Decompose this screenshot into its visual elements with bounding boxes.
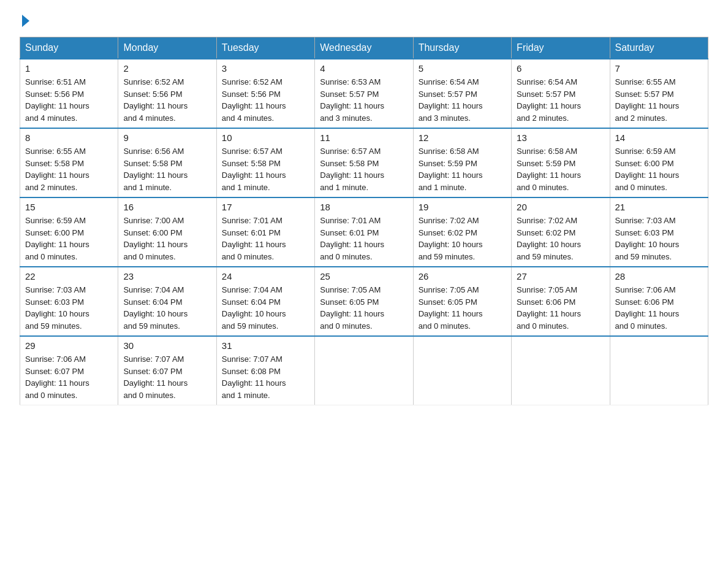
calendar-cell [413, 336, 511, 405]
logo [20, 15, 32, 27]
calendar-cell: 6Sunrise: 6:54 AMSunset: 5:57 PMDaylight… [512, 59, 610, 128]
day-info: Sunrise: 7:03 AMSunset: 6:03 PMDaylight:… [25, 284, 113, 332]
calendar-cell: 8Sunrise: 6:55 AMSunset: 5:58 PMDaylight… [20, 128, 118, 197]
day-number: 23 [123, 271, 211, 282]
column-header-sunday: Sunday [20, 37, 118, 59]
column-header-thursday: Thursday [413, 37, 511, 59]
day-number: 15 [25, 202, 113, 212]
calendar-cell: 31Sunrise: 7:07 AMSunset: 6:08 PMDayligh… [216, 336, 314, 405]
day-info: Sunrise: 7:07 AMSunset: 6:07 PMDaylight:… [123, 353, 211, 401]
day-info: Sunrise: 6:59 AMSunset: 6:00 PMDaylight:… [25, 215, 113, 262]
calendar-cell: 26Sunrise: 7:05 AMSunset: 6:05 PMDayligh… [413, 267, 511, 336]
calendar-cell: 12Sunrise: 6:58 AMSunset: 5:59 PMDayligh… [413, 128, 511, 197]
calendar-week-row: 1Sunrise: 6:51 AMSunset: 5:56 PMDaylight… [20, 59, 708, 128]
day-number: 3 [222, 63, 309, 74]
column-header-wednesday: Wednesday [315, 37, 413, 59]
calendar-week-row: 15Sunrise: 6:59 AMSunset: 6:00 PMDayligh… [20, 197, 708, 267]
calendar-cell: 3Sunrise: 6:52 AMSunset: 5:56 PMDaylight… [216, 59, 314, 128]
day-info: Sunrise: 6:59 AMSunset: 6:00 PMDaylight:… [615, 145, 703, 193]
calendar-cell: 2Sunrise: 6:52 AMSunset: 5:56 PMDaylight… [118, 59, 216, 128]
day-number: 27 [517, 271, 604, 282]
day-number: 21 [615, 202, 703, 212]
day-info: Sunrise: 6:56 AMSunset: 5:58 PMDaylight:… [123, 145, 211, 193]
day-number: 5 [419, 63, 506, 74]
day-number: 11 [320, 132, 408, 143]
day-info: Sunrise: 7:07 AMSunset: 6:08 PMDaylight:… [222, 353, 309, 401]
calendar-cell: 30Sunrise: 7:07 AMSunset: 6:07 PMDayligh… [118, 336, 216, 405]
calendar-cell: 23Sunrise: 7:04 AMSunset: 6:04 PMDayligh… [118, 267, 216, 336]
calendar-cell: 1Sunrise: 6:51 AMSunset: 5:56 PMDaylight… [20, 59, 118, 128]
day-number: 8 [25, 132, 113, 143]
day-number: 24 [222, 271, 309, 282]
calendar-week-row: 22Sunrise: 7:03 AMSunset: 6:03 PMDayligh… [20, 267, 708, 336]
day-info: Sunrise: 6:53 AMSunset: 5:57 PMDaylight:… [320, 76, 408, 124]
day-info: Sunrise: 6:57 AMSunset: 5:58 PMDaylight:… [222, 145, 309, 193]
calendar-cell [512, 336, 610, 405]
day-info: Sunrise: 6:55 AMSunset: 5:57 PMDaylight:… [615, 76, 703, 124]
day-number: 22 [25, 271, 113, 282]
calendar-header-row: SundayMondayTuesdayWednesdayThursdayFrid… [20, 37, 708, 59]
day-number: 31 [222, 340, 309, 351]
calendar-cell: 15Sunrise: 6:59 AMSunset: 6:00 PMDayligh… [20, 197, 118, 267]
column-header-monday: Monday [118, 37, 216, 59]
logo-arrow-icon [22, 15, 29, 27]
day-info: Sunrise: 7:02 AMSunset: 6:02 PMDaylight:… [517, 215, 604, 262]
day-number: 13 [517, 132, 604, 143]
day-number: 7 [615, 63, 703, 74]
day-number: 17 [222, 202, 309, 212]
day-info: Sunrise: 7:06 AMSunset: 6:07 PMDaylight:… [25, 353, 113, 401]
day-info: Sunrise: 6:52 AMSunset: 5:56 PMDaylight:… [222, 76, 309, 124]
day-info: Sunrise: 6:54 AMSunset: 5:57 PMDaylight:… [419, 76, 506, 124]
day-number: 25 [320, 271, 408, 282]
day-info: Sunrise: 6:58 AMSunset: 5:59 PMDaylight:… [517, 145, 604, 193]
day-info: Sunrise: 7:01 AMSunset: 6:01 PMDaylight:… [320, 215, 408, 262]
day-info: Sunrise: 7:06 AMSunset: 6:06 PMDaylight:… [615, 284, 703, 332]
calendar-cell: 25Sunrise: 7:05 AMSunset: 6:05 PMDayligh… [315, 267, 413, 336]
day-info: Sunrise: 7:02 AMSunset: 6:02 PMDaylight:… [419, 215, 506, 262]
day-info: Sunrise: 7:05 AMSunset: 6:05 PMDaylight:… [320, 284, 408, 332]
column-header-saturday: Saturday [610, 37, 708, 59]
calendar-cell: 10Sunrise: 6:57 AMSunset: 5:58 PMDayligh… [216, 128, 314, 197]
day-number: 20 [517, 202, 604, 212]
column-header-tuesday: Tuesday [216, 37, 314, 59]
day-info: Sunrise: 7:05 AMSunset: 6:06 PMDaylight:… [517, 284, 604, 332]
calendar-cell: 4Sunrise: 6:53 AMSunset: 5:57 PMDaylight… [315, 59, 413, 128]
calendar-cell: 21Sunrise: 7:03 AMSunset: 6:03 PMDayligh… [610, 197, 708, 267]
calendar-cell [315, 336, 413, 405]
column-header-friday: Friday [512, 37, 610, 59]
day-number: 18 [320, 202, 408, 212]
day-info: Sunrise: 6:57 AMSunset: 5:58 PMDaylight:… [320, 145, 408, 193]
calendar-table: SundayMondayTuesdayWednesdayThursdayFrid… [20, 37, 708, 405]
day-info: Sunrise: 7:00 AMSunset: 6:00 PMDaylight:… [123, 215, 211, 262]
calendar-cell: 24Sunrise: 7:04 AMSunset: 6:04 PMDayligh… [216, 267, 314, 336]
calendar-cell: 7Sunrise: 6:55 AMSunset: 5:57 PMDaylight… [610, 59, 708, 128]
calendar-cell: 9Sunrise: 6:56 AMSunset: 5:58 PMDaylight… [118, 128, 216, 197]
calendar-cell [610, 336, 708, 405]
calendar-cell: 5Sunrise: 6:54 AMSunset: 5:57 PMDaylight… [413, 59, 511, 128]
calendar-cell: 29Sunrise: 7:06 AMSunset: 6:07 PMDayligh… [20, 336, 118, 405]
page-header [20, 15, 708, 27]
calendar-cell: 14Sunrise: 6:59 AMSunset: 6:00 PMDayligh… [610, 128, 708, 197]
day-info: Sunrise: 7:04 AMSunset: 6:04 PMDaylight:… [123, 284, 211, 332]
day-number: 26 [419, 271, 506, 282]
day-number: 30 [123, 340, 211, 351]
calendar-cell: 13Sunrise: 6:58 AMSunset: 5:59 PMDayligh… [512, 128, 610, 197]
day-info: Sunrise: 7:04 AMSunset: 6:04 PMDaylight:… [222, 284, 309, 332]
day-number: 29 [25, 340, 113, 351]
day-info: Sunrise: 7:01 AMSunset: 6:01 PMDaylight:… [222, 215, 309, 262]
calendar-cell: 27Sunrise: 7:05 AMSunset: 6:06 PMDayligh… [512, 267, 610, 336]
day-number: 4 [320, 63, 408, 74]
calendar-week-row: 8Sunrise: 6:55 AMSunset: 5:58 PMDaylight… [20, 128, 708, 197]
calendar-cell: 20Sunrise: 7:02 AMSunset: 6:02 PMDayligh… [512, 197, 610, 267]
day-info: Sunrise: 6:58 AMSunset: 5:59 PMDaylight:… [419, 145, 506, 193]
day-info: Sunrise: 6:52 AMSunset: 5:56 PMDaylight:… [123, 76, 211, 124]
day-info: Sunrise: 6:54 AMSunset: 5:57 PMDaylight:… [517, 76, 604, 124]
calendar-cell: 19Sunrise: 7:02 AMSunset: 6:02 PMDayligh… [413, 197, 511, 267]
day-info: Sunrise: 7:03 AMSunset: 6:03 PMDaylight:… [615, 215, 703, 262]
day-number: 14 [615, 132, 703, 143]
day-number: 12 [419, 132, 506, 143]
day-number: 28 [615, 271, 703, 282]
day-info: Sunrise: 7:05 AMSunset: 6:05 PMDaylight:… [419, 284, 506, 332]
calendar-cell: 18Sunrise: 7:01 AMSunset: 6:01 PMDayligh… [315, 197, 413, 267]
calendar-cell: 22Sunrise: 7:03 AMSunset: 6:03 PMDayligh… [20, 267, 118, 336]
